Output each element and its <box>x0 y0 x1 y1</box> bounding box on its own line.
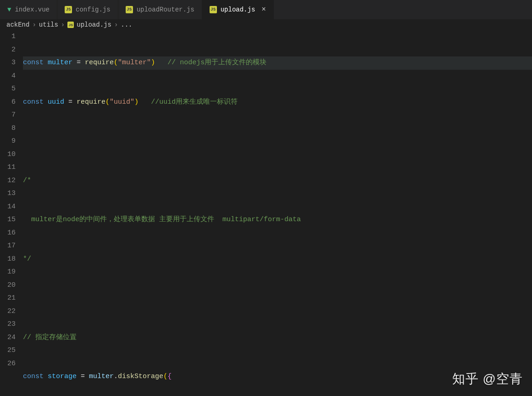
tab-label: index.vue <box>15 6 50 13</box>
tab-upload-js[interactable]: JS upload.js × <box>202 0 274 19</box>
editor-tabs: ▼ index.vue JS config.js JS uploadRouter… <box>0 0 532 19</box>
crumb[interactable]: ... <box>121 21 132 28</box>
tab-label: upload.js <box>221 6 255 13</box>
crumb[interactable]: upload.js <box>77 21 111 28</box>
tab-uploadrouter-js[interactable]: JS uploadRouter.js <box>118 0 202 19</box>
crumb[interactable]: ackEnd <box>6 21 29 28</box>
breadcrumb: ackEnd › utils › JS upload.js › ... <box>0 19 532 30</box>
tab-index-vue[interactable]: ▼ index.vue <box>0 0 57 19</box>
tab-label: config.js <box>76 6 111 13</box>
watermark: 知乎 @空青 <box>452 370 523 388</box>
chevron-right-icon: › <box>114 21 118 28</box>
js-icon: JS <box>65 6 72 13</box>
code-content[interactable]: const multer = require("multer") // node… <box>23 30 532 396</box>
js-icon: JS <box>67 22 74 28</box>
js-icon: JS <box>210 6 217 13</box>
js-icon: JS <box>126 6 133 13</box>
tab-config-js[interactable]: JS config.js <box>57 0 118 19</box>
chevron-right-icon: › <box>61 21 65 28</box>
chevron-right-icon: › <box>32 21 36 28</box>
vue-icon: ▼ <box>7 6 11 13</box>
line-numbers: 1234567891011121314151617181920212223242… <box>0 30 23 396</box>
tab-label: uploadRouter.js <box>137 6 194 13</box>
crumb[interactable]: utils <box>39 21 58 28</box>
code-editor[interactable]: 1234567891011121314151617181920212223242… <box>0 30 532 396</box>
close-icon[interactable]: × <box>261 6 266 13</box>
